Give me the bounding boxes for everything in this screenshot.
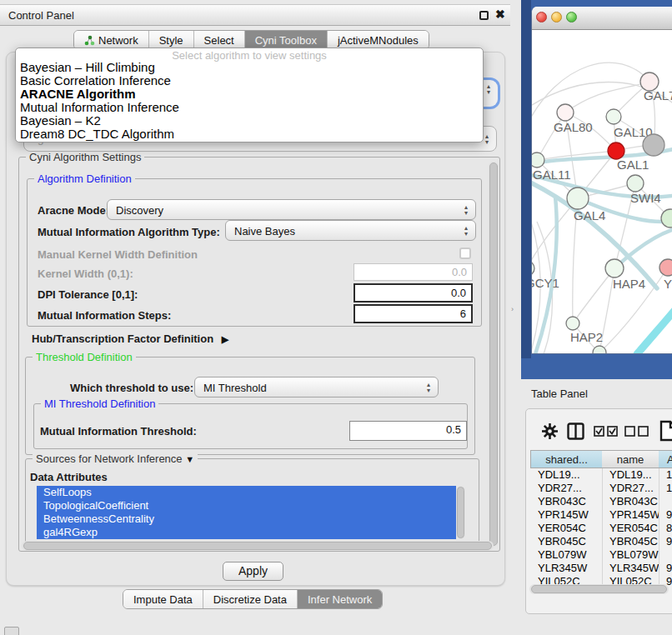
close-icon[interactable]: ✖: [495, 8, 505, 21]
minimize-traffic-light-icon[interactable]: [551, 12, 562, 22]
gear-icon[interactable]: [541, 422, 559, 440]
hub-section-toggle[interactable]: Hub/Transcription Factor Definition ▶: [32, 332, 228, 345]
column-header-partial[interactable]: A: [659, 450, 672, 468]
mi-steps-label: Mutual Information Steps:: [38, 309, 171, 322]
table-row[interactable]: YPR145WYPR145W9.: [530, 508, 672, 522]
algorithm-definition-title: Algorithm Definition: [34, 172, 135, 185]
attributes-vertical-scrollbar[interactable]: [456, 486, 465, 539]
mi-algorithm-type-label: Mutual Information Algorithm Type:: [38, 226, 220, 238]
table-row[interactable]: YBL079WYBL079W: [530, 548, 672, 562]
network-node[interactable]: [643, 134, 664, 156]
algorithm-popup-item[interactable]: Mutual Information Inference: [16, 101, 483, 114]
tab-jactivemnodules[interactable]: jActiveMNodules: [328, 31, 429, 49]
mi-threshold-group-title: MI Threshold Definition: [41, 398, 158, 410]
settings-horizontal-scrollbar[interactable]: [22, 541, 494, 551]
table-row[interactable]: YDR27...YDR27...12: [530, 482, 672, 495]
table-cell: YLR345W: [530, 562, 602, 575]
table-cell: YBL079W: [530, 548, 602, 562]
control-panel: Control Panel ✖ NetworkStyleSelectCyni T…: [0, 0, 510, 635]
collapsed-arrow-icon: ▶: [222, 334, 228, 344]
threshold-definition-title: Threshold Definition: [33, 351, 136, 363]
algorithm-popup-item[interactable]: Bayesian – K2: [16, 114, 483, 128]
sources-group-title[interactable]: Sources for Network Inference ▼: [33, 452, 198, 465]
tab-label: Select: [204, 34, 234, 47]
column-header-name[interactable]: name: [602, 450, 659, 468]
mi-algorithm-type-combo[interactable]: Naive Bayes ▴▾: [225, 220, 476, 241]
which-threshold-label: Which threshold to use:: [70, 382, 193, 394]
apply-button[interactable]: Apply: [223, 562, 283, 581]
kernel-width-field[interactable]: 0.0: [354, 263, 473, 281]
which-threshold-value: MI Threshold: [203, 382, 267, 394]
close-traffic-light-icon[interactable]: [536, 12, 547, 22]
network-node-gal1[interactable]: [608, 142, 624, 159]
zoom-traffic-light-icon[interactable]: [566, 12, 577, 22]
network-node-hap4[interactable]: [605, 259, 624, 278]
table-cell: YPR145W: [602, 508, 659, 522]
sources-group-label: Sources for Network Inference: [36, 452, 183, 465]
column-header-shared-name[interactable]: shared...: [530, 450, 603, 468]
table-row[interactable]: YBR043CYBR043C: [530, 495, 672, 508]
node-label: Y: [664, 277, 672, 291]
table-cell: 9.: [659, 562, 672, 575]
bottom-tab-infer-network[interactable]: Infer Network: [298, 590, 382, 608]
table-horizontal-scrollbar[interactable]: [529, 584, 669, 594]
float-window-icon[interactable]: [479, 11, 489, 20]
checked-checkboxes-icon[interactable]: [594, 426, 619, 437]
mi-threshold-field[interactable]: 0.5: [349, 421, 467, 441]
network-canvas[interactable]: GAL7GAL80GAL10GAL1GAL11SWI4GAL4GCY1HAP4Y…: [532, 30, 672, 354]
network-node[interactable]: [593, 346, 606, 354]
algorithm-popup-item[interactable]: Basic Correlation Inference: [16, 74, 483, 88]
control-panel-titlebar[interactable]: Control Panel ✖: [0, 4, 510, 26]
table-cell: YER054C: [602, 522, 659, 535]
network-node-gal11[interactable]: [532, 152, 544, 168]
network-node-hap2[interactable]: [566, 317, 579, 330]
network-node-gcy1[interactable]: [532, 261, 534, 276]
settings-vertical-scrollbar[interactable]: [489, 162, 499, 547]
network-node-gal4[interactable]: [567, 188, 589, 209]
table-gridline: [602, 468, 603, 588]
tab-style[interactable]: Style: [149, 31, 194, 49]
table-row[interactable]: YDL19...YDL19...13: [530, 468, 672, 482]
network-node-y[interactable]: [659, 259, 672, 276]
hub-section-label: Hub/Transcription Factor Definition: [32, 332, 213, 345]
network-node[interactable]: [661, 209, 672, 228]
algorithm-popup-item[interactable]: ARACNE Algorithm: [16, 88, 483, 101]
tab-cyni-toolbox[interactable]: Cyni Toolbox: [245, 31, 328, 49]
node-label: GAL4: [574, 208, 605, 222]
data-attribute-item[interactable]: gal4RGexp: [37, 526, 456, 539]
data-attribute-item[interactable]: TopologicalCoefficient: [37, 499, 456, 512]
columns-icon[interactable]: [567, 422, 584, 440]
network-node-gal80[interactable]: [557, 104, 574, 121]
manual-kernel-checkbox[interactable]: [459, 248, 471, 259]
tab-network[interactable]: Network: [74, 31, 149, 49]
algorithm-popup-item[interactable]: Bayesian – Hill Climbing: [16, 61, 483, 74]
collapsed-panel-icon[interactable]: [4, 627, 19, 635]
tab-label: Infer Network: [308, 593, 372, 606]
aracne-mode-combo[interactable]: Discovery ▴▾: [107, 199, 476, 220]
splitter-handle[interactable]: ›: [511, 305, 514, 313]
which-threshold-combo[interactable]: MI Threshold ▴▾: [194, 377, 439, 398]
data-attribute-item[interactable]: SelfLoops: [37, 486, 456, 499]
tab-select[interactable]: Select: [194, 31, 245, 49]
mi-steps-field[interactable]: 6: [354, 304, 473, 323]
mi-threshold-label: Mutual Information Threshold:: [40, 425, 197, 438]
unchecked-checkboxes-icon[interactable]: [624, 426, 649, 437]
table-cell: YDR27...: [602, 482, 659, 495]
bottom-tab-impute-data[interactable]: Impute Data: [123, 590, 203, 608]
table-row[interactable]: YLR345WYLR345W9.: [530, 562, 672, 575]
table-cell: YPR145W: [530, 508, 602, 522]
data-attribute-item[interactable]: BetweennessCentrality: [37, 512, 456, 526]
bottom-tab-discretize-data[interactable]: Discretize Data: [203, 590, 298, 608]
table-row[interactable]: YER054CYER054C8.: [530, 522, 672, 535]
network-desktop-edge: [521, 0, 531, 358]
document-icon[interactable]: [659, 420, 672, 442]
table-cell: YDL19...: [530, 468, 602, 482]
algorithm-popup-item[interactable]: Dream8 DC_TDC Algorithm: [16, 128, 483, 141]
table-cell: YBR043C: [602, 495, 659, 508]
network-node-swi4[interactable]: [627, 175, 644, 192]
table-row[interactable]: YBR045CYBR045C9.: [530, 535, 672, 548]
dpi-tolerance-field[interactable]: 0.0: [354, 283, 473, 302]
tab-label: Cyni Toolbox: [255, 34, 317, 47]
dpi-tolerance-label: DPI Tolerance [0,1]:: [38, 288, 138, 301]
network-node-gal10[interactable]: [606, 109, 621, 124]
